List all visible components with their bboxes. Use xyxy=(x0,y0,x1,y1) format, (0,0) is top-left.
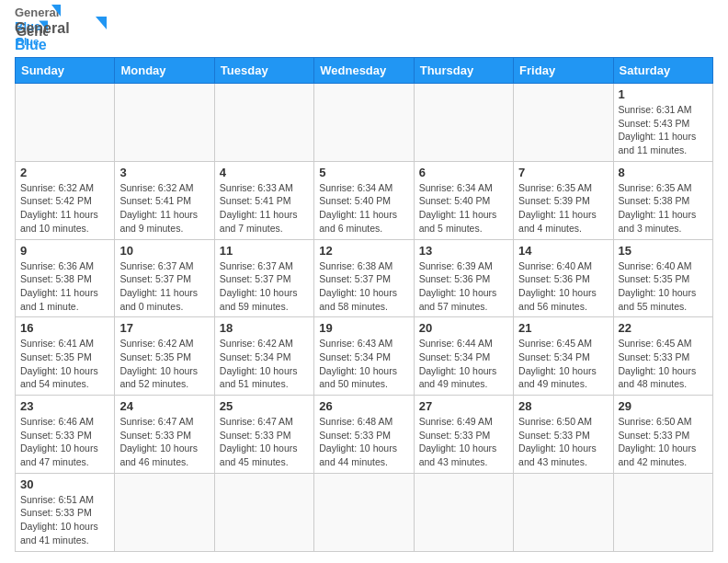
logo-svg: General Blue xyxy=(15,15,107,55)
calendar-week-row: 1Sunrise: 6:31 AMSunset: 5:43 PMDaylight… xyxy=(16,84,713,162)
calendar-cell: 16Sunrise: 6:41 AMSunset: 5:35 PMDayligh… xyxy=(16,317,115,396)
day-info: Sunrise: 6:39 AMSunset: 5:36 PMDaylight:… xyxy=(419,259,508,314)
calendar-table: SundayMondayTuesdayWednesdayThursdayFrid… xyxy=(15,57,713,552)
calendar-cell xyxy=(613,473,712,551)
day-number: 7 xyxy=(518,166,608,179)
calendar-cell: 5Sunrise: 6:34 AMSunset: 5:40 PMDaylight… xyxy=(314,161,414,239)
day-info: Sunrise: 6:49 AMSunset: 5:33 PMDaylight:… xyxy=(419,415,508,469)
calendar-cell: 1Sunrise: 6:31 AMSunset: 5:43 PMDaylight… xyxy=(613,84,712,162)
calendar-week-row: 30Sunrise: 6:51 AMSunset: 5:33 PMDayligh… xyxy=(16,473,713,551)
calendar-cell: 10Sunrise: 6:37 AMSunset: 5:37 PMDayligh… xyxy=(115,239,214,317)
calendar-cell: 2Sunrise: 6:32 AMSunset: 5:42 PMDaylight… xyxy=(16,161,115,239)
day-info: Sunrise: 6:47 AMSunset: 5:33 PMDaylight:… xyxy=(119,415,209,469)
day-number: 28 xyxy=(518,399,608,413)
day-info: Sunrise: 6:42 AMSunset: 5:34 PMDaylight:… xyxy=(220,337,309,391)
svg-text:General: General xyxy=(15,20,70,36)
day-info: Sunrise: 6:40 AMSunset: 5:35 PMDaylight:… xyxy=(619,259,708,314)
calendar-cell xyxy=(115,84,214,162)
day-number: 20 xyxy=(419,321,508,335)
calendar-cell: 11Sunrise: 6:37 AMSunset: 5:37 PMDayligh… xyxy=(214,239,313,317)
svg-text:Blue: Blue xyxy=(15,37,47,52)
day-info: Sunrise: 6:32 AMSunset: 5:41 PMDaylight:… xyxy=(119,181,209,236)
logo-fixed: General Blue xyxy=(15,15,107,55)
calendar-cell: 29Sunrise: 6:50 AMSunset: 5:33 PMDayligh… xyxy=(613,396,712,474)
calendar-cell: 14Sunrise: 6:40 AMSunset: 5:36 PMDayligh… xyxy=(514,239,613,317)
calendar-cell: 25Sunrise: 6:47 AMSunset: 5:33 PMDayligh… xyxy=(214,396,313,474)
col-header-monday: Monday xyxy=(115,58,214,84)
day-info: Sunrise: 6:40 AMSunset: 5:36 PMDaylight:… xyxy=(518,259,608,314)
calendar-cell: 3Sunrise: 6:32 AMSunset: 5:41 PMDaylight… xyxy=(115,161,214,239)
col-header-friday: Friday xyxy=(514,58,613,84)
day-number: 15 xyxy=(619,244,708,258)
day-info: Sunrise: 6:50 AMSunset: 5:33 PMDaylight:… xyxy=(518,415,608,469)
calendar-cell: 24Sunrise: 6:47 AMSunset: 5:33 PMDayligh… xyxy=(115,396,214,474)
day-number: 19 xyxy=(319,321,408,335)
calendar-cell: 21Sunrise: 6:45 AMSunset: 5:34 PMDayligh… xyxy=(514,317,613,396)
calendar-cell: 17Sunrise: 6:42 AMSunset: 5:35 PMDayligh… xyxy=(115,317,214,396)
day-info: Sunrise: 6:47 AMSunset: 5:33 PMDaylight:… xyxy=(220,415,309,469)
day-number: 17 xyxy=(119,321,209,335)
day-number: 11 xyxy=(220,244,309,258)
day-number: 29 xyxy=(619,399,708,413)
calendar-cell xyxy=(314,473,414,551)
day-number: 2 xyxy=(20,166,109,179)
day-info: Sunrise: 6:44 AMSunset: 5:34 PMDaylight:… xyxy=(419,337,508,391)
calendar-cell: 28Sunrise: 6:50 AMSunset: 5:33 PMDayligh… xyxy=(514,396,613,474)
day-info: Sunrise: 6:33 AMSunset: 5:41 PMDaylight:… xyxy=(220,181,309,236)
day-number: 18 xyxy=(220,321,309,335)
day-number: 30 xyxy=(20,477,109,491)
day-number: 27 xyxy=(419,399,508,413)
calendar-week-row: 16Sunrise: 6:41 AMSunset: 5:35 PMDayligh… xyxy=(16,317,713,396)
day-number: 21 xyxy=(518,321,608,335)
day-info: Sunrise: 6:43 AMSunset: 5:34 PMDaylight:… xyxy=(319,337,408,391)
calendar-cell: 13Sunrise: 6:39 AMSunset: 5:36 PMDayligh… xyxy=(414,239,513,317)
day-number: 1 xyxy=(619,87,708,101)
calendar-cell: 15Sunrise: 6:40 AMSunset: 5:35 PMDayligh… xyxy=(613,239,712,317)
day-info: Sunrise: 6:51 AMSunset: 5:33 PMDaylight:… xyxy=(20,493,109,547)
day-number: 6 xyxy=(419,166,508,179)
day-info: Sunrise: 6:34 AMSunset: 5:40 PMDaylight:… xyxy=(319,181,408,236)
day-number: 24 xyxy=(119,399,209,413)
day-number: 23 xyxy=(20,399,109,413)
day-info: Sunrise: 6:41 AMSunset: 5:35 PMDaylight:… xyxy=(20,337,109,391)
calendar-cell: 4Sunrise: 6:33 AMSunset: 5:41 PMDaylight… xyxy=(214,161,313,239)
col-header-sunday: Sunday xyxy=(16,58,115,84)
calendar-cell: 8Sunrise: 6:35 AMSunset: 5:38 PMDaylight… xyxy=(613,161,712,239)
day-number: 16 xyxy=(20,321,109,335)
page-header: General Blue xyxy=(15,15,713,48)
calendar-cell: 30Sunrise: 6:51 AMSunset: 5:33 PMDayligh… xyxy=(16,473,115,551)
calendar-cell xyxy=(115,473,214,551)
calendar-cell: 6Sunrise: 6:34 AMSunset: 5:40 PMDaylight… xyxy=(414,161,513,239)
day-info: Sunrise: 6:34 AMSunset: 5:40 PMDaylight:… xyxy=(419,181,508,236)
calendar-cell xyxy=(16,84,115,162)
calendar-week-row: 23Sunrise: 6:46 AMSunset: 5:33 PMDayligh… xyxy=(16,396,713,474)
day-number: 4 xyxy=(220,166,309,179)
svg-marker-8 xyxy=(96,17,107,29)
day-info: Sunrise: 6:48 AMSunset: 5:33 PMDaylight:… xyxy=(319,415,408,469)
day-number: 8 xyxy=(619,166,708,179)
day-info: Sunrise: 6:45 AMSunset: 5:33 PMDaylight:… xyxy=(619,337,708,391)
calendar-cell xyxy=(214,473,313,551)
day-number: 22 xyxy=(619,321,708,335)
col-header-tuesday: Tuesday xyxy=(214,58,313,84)
calendar-cell: 22Sunrise: 6:45 AMSunset: 5:33 PMDayligh… xyxy=(613,317,712,396)
calendar-cell xyxy=(214,84,313,162)
calendar-cell: 27Sunrise: 6:49 AMSunset: 5:33 PMDayligh… xyxy=(414,396,513,474)
col-header-saturday: Saturday xyxy=(613,58,712,84)
calendar-cell xyxy=(314,84,414,162)
day-number: 26 xyxy=(319,399,408,413)
day-info: Sunrise: 6:42 AMSunset: 5:35 PMDaylight:… xyxy=(119,337,209,391)
calendar-cell: 19Sunrise: 6:43 AMSunset: 5:34 PMDayligh… xyxy=(314,317,414,396)
calendar-cell: 20Sunrise: 6:44 AMSunset: 5:34 PMDayligh… xyxy=(414,317,513,396)
calendar-week-row: 2Sunrise: 6:32 AMSunset: 5:42 PMDaylight… xyxy=(16,161,713,239)
day-number: 13 xyxy=(419,244,508,258)
col-header-wednesday: Wednesday xyxy=(314,58,414,84)
day-info: Sunrise: 6:35 AMSunset: 5:39 PMDaylight:… xyxy=(518,181,608,236)
day-info: Sunrise: 6:45 AMSunset: 5:34 PMDaylight:… xyxy=(518,337,608,391)
day-info: Sunrise: 6:35 AMSunset: 5:38 PMDaylight:… xyxy=(619,181,708,236)
day-info: Sunrise: 6:38 AMSunset: 5:37 PMDaylight:… xyxy=(319,259,408,314)
col-header-thursday: Thursday xyxy=(414,58,513,84)
calendar-cell: 26Sunrise: 6:48 AMSunset: 5:33 PMDayligh… xyxy=(314,396,414,474)
day-info: Sunrise: 6:46 AMSunset: 5:33 PMDaylight:… xyxy=(20,415,109,469)
day-number: 14 xyxy=(518,244,608,258)
